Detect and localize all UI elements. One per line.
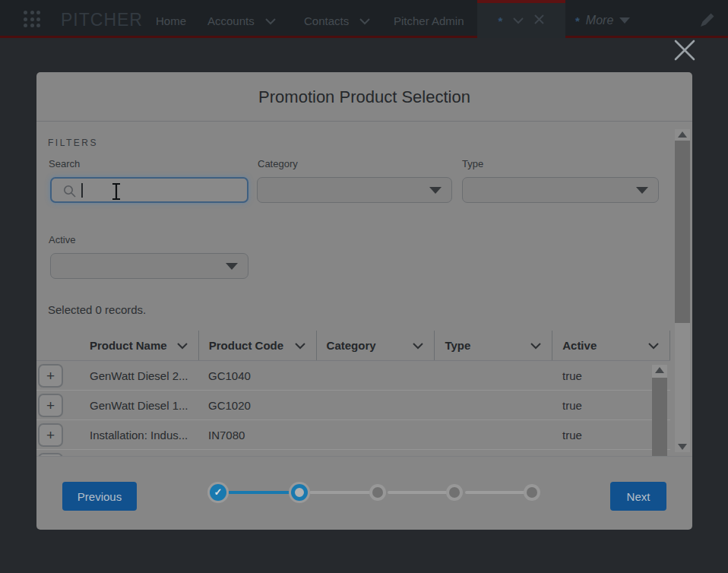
unsaved-indicator: * [499, 14, 503, 27]
promotion-product-selection-modal: Promotion Product Selection FILTERS Sear… [36, 72, 692, 530]
search-label: Search [49, 158, 80, 169]
active-select[interactable] [50, 253, 248, 279]
search-input[interactable] [82, 180, 234, 200]
stepper-connector [309, 491, 371, 494]
cell-product-name: GenWatt Diesel 1... [80, 399, 198, 412]
scrollbar-thumb[interactable] [675, 141, 690, 323]
table-row: + Installation: Indus... IN7080 true [36, 420, 670, 450]
add-product-button[interactable]: + [38, 423, 63, 447]
search-field[interactable] [50, 177, 248, 203]
column-header-type[interactable]: Type [434, 331, 552, 360]
type-label: Type [462, 158, 483, 169]
cell-product-name: GenWatt Diesel 2... [80, 369, 198, 382]
ibeam-cursor-icon [109, 182, 123, 204]
step-4[interactable] [449, 487, 460, 498]
chevron-down-icon[interactable] [265, 14, 276, 27]
cell-product-code: IN7080 [198, 429, 316, 442]
scrollbar-thumb[interactable] [652, 378, 667, 456]
step-1-completed[interactable]: ✓ [210, 484, 226, 501]
nav-tab-accounts[interactable]: Accounts [207, 14, 276, 27]
next-button[interactable]: Next [610, 482, 666, 511]
dropdown-arrow-icon [429, 187, 442, 194]
modal-header: Promotion Product Selection [36, 72, 692, 122]
sort-chevron-icon[interactable] [413, 339, 423, 352]
nav-more-menu[interactable]: * More [575, 14, 630, 27]
scroll-down-icon[interactable] [678, 444, 687, 450]
close-modal-icon[interactable] [673, 39, 696, 62]
brand-logo: PITCHER [61, 10, 143, 30]
close-tab-icon[interactable] [534, 13, 544, 28]
table-body: + GenWatt Diesel 2... GC1040 true + GenW… [36, 361, 670, 456]
dropdown-arrow-icon [636, 187, 648, 194]
modal-title: Promotion Product Selection [36, 72, 692, 122]
cell-product-code: GC1040 [198, 369, 316, 382]
app-launcher-waffle-icon[interactable] [24, 11, 41, 28]
progress-stepper: ✓ [210, 483, 552, 502]
column-header-product-name[interactable]: Product Name [80, 331, 198, 360]
selected-records-count: Selected 0 records. [48, 303, 146, 316]
app-screen: PITCHER Home Accounts Contacts Pitcher A… [0, 0, 728, 573]
table-row-clipped: + [36, 450, 670, 456]
active-label: Active [49, 234, 75, 245]
filters-heading: FILTERS [48, 138, 98, 148]
step-2-current[interactable] [291, 484, 308, 501]
type-select[interactable] [462, 177, 659, 203]
pencil-edit-icon[interactable] [699, 11, 716, 31]
stepper-connector-complete [228, 491, 291, 494]
previous-button[interactable]: Previous [62, 482, 137, 511]
nav-tab-home[interactable]: Home [156, 14, 186, 27]
dropdown-arrow-icon [619, 17, 630, 24]
scroll-up-icon[interactable] [655, 367, 664, 373]
table-scrollbar[interactable] [652, 365, 667, 456]
chevron-down-icon[interactable] [359, 14, 370, 27]
sort-chevron-icon[interactable] [177, 339, 188, 352]
category-select[interactable] [257, 177, 452, 203]
table-row: + GenWatt Diesel 1... GC1020 true [36, 391, 670, 420]
table-header-row: Product Name Product Code Category Type [36, 331, 670, 361]
global-nav-bar: PITCHER Home Accounts Contacts Pitcher A… [0, 0, 728, 38]
active-workspace-tab[interactable]: * [477, 0, 565, 38]
unsaved-indicator: * [575, 14, 580, 27]
sort-chevron-icon[interactable] [295, 339, 305, 352]
column-header-category[interactable]: Category [316, 331, 435, 360]
modal-scrollbar[interactable] [675, 129, 690, 452]
sort-chevron-icon[interactable] [648, 339, 659, 352]
step-3[interactable] [372, 487, 383, 498]
stepper-connector [465, 491, 525, 494]
table-row: + GenWatt Diesel 2... GC1040 true [36, 361, 670, 391]
cell-product-name: Installation: Indus... [80, 429, 198, 442]
dropdown-arrow-icon [226, 263, 238, 270]
cell-product-code: GC1020 [198, 399, 316, 412]
search-icon [63, 185, 77, 201]
column-header-product-code[interactable]: Product Code [198, 331, 316, 360]
nav-tab-pitcher-admin[interactable]: Pitcher Admin [394, 14, 464, 27]
category-label: Category [258, 158, 298, 169]
step-5[interactable] [527, 487, 537, 498]
chevron-down-icon[interactable] [513, 14, 524, 27]
add-product-button[interactable]: + [38, 394, 63, 417]
scroll-up-icon[interactable] [678, 131, 687, 138]
add-product-button[interactable]: + [38, 364, 63, 388]
column-header-active[interactable]: Active [552, 331, 669, 360]
sort-chevron-icon[interactable] [530, 339, 541, 352]
add-column-header [36, 331, 80, 360]
stepper-connector [388, 491, 448, 494]
nav-tab-contacts[interactable]: Contacts [304, 14, 370, 27]
